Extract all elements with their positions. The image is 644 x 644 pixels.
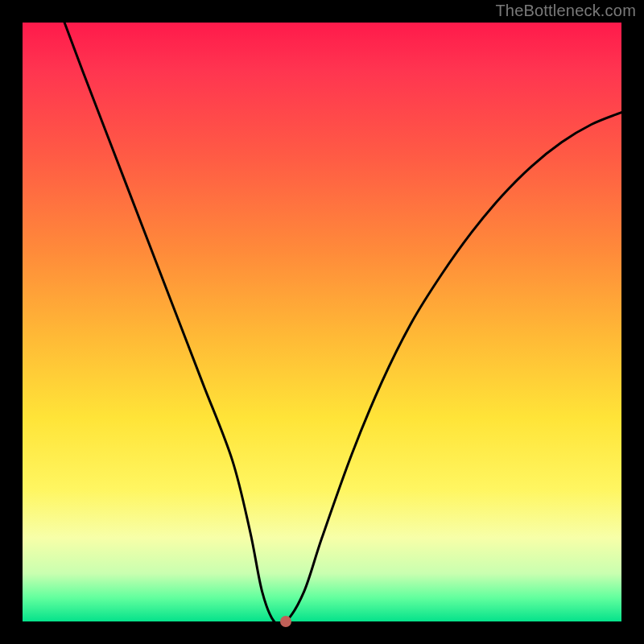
- watermark-text: TheBottleneck.com: [495, 2, 636, 20]
- optimal-point-marker: [280, 616, 291, 627]
- plot-area: [23, 23, 621, 621]
- bottleneck-curve: [23, 23, 621, 621]
- chart-frame: TheBottleneck.com: [0, 0, 644, 644]
